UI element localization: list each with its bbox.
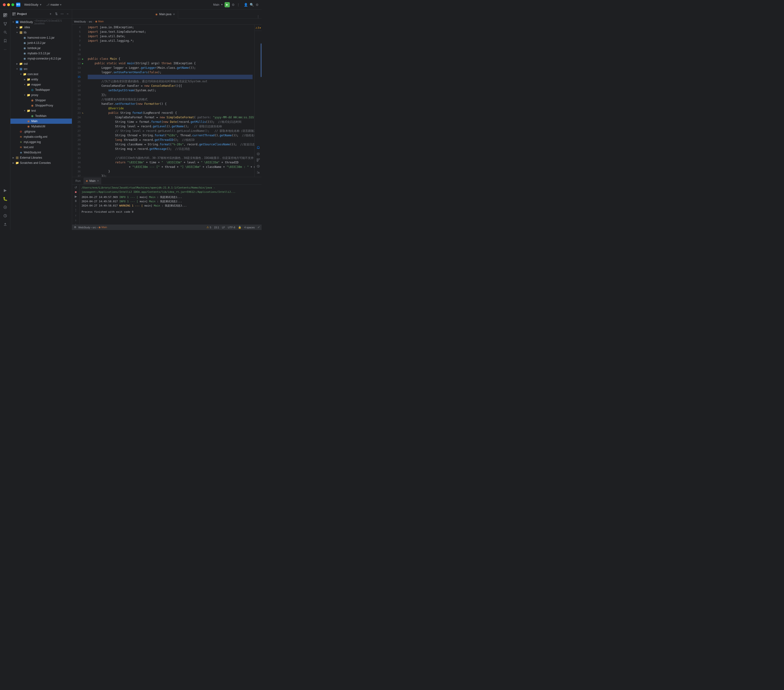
- run-panel-icon[interactable]: ▶: [2, 186, 9, 194]
- svg-rect-12: [14, 13, 15, 14]
- status-left: ⚙ WebStudy › src › ◉ Main: [74, 226, 107, 229]
- structure-icon[interactable]: [255, 157, 261, 163]
- status-warnings[interactable]: ⚠ 5: [207, 226, 211, 229]
- console-log-3: 2024-04-27 14:49:58.017 WARNING 1 --- [ …: [82, 204, 260, 208]
- project-view-icon[interactable]: [2, 12, 9, 19]
- code-content[interactable]: import java.io.IOException; import java.…: [86, 25, 254, 177]
- sidebar-item-scratches[interactable]: ▶ 📁 Scratches and Consoles: [10, 160, 72, 166]
- sidebar-item-gitignore[interactable]: ▶ ⊘ .gitignore: [10, 129, 72, 134]
- breadcrumb-webstudy[interactable]: WebStudy: [74, 20, 86, 23]
- tab-close-icon[interactable]: ✕: [173, 13, 175, 16]
- stop-btn[interactable]: ■: [73, 190, 79, 194]
- find-icon[interactable]: [2, 28, 9, 36]
- maximize-button[interactable]: [12, 3, 14, 6]
- run-button[interactable]: ▶: [225, 2, 230, 7]
- sidebar-title: Project: [17, 12, 27, 16]
- gear-icon[interactable]: ⋯: [59, 12, 64, 16]
- collapse-icon[interactable]: ⇅: [54, 12, 59, 16]
- sidebar-item-testmain[interactable]: ▶ ◉ TestMain: [10, 114, 72, 119]
- sidebar-item-webstudy-iml[interactable]: ▶ ◈ WebStudy.iml: [10, 150, 72, 155]
- status-gear[interactable]: ⚙: [74, 226, 76, 229]
- root-label: WebStudy: [20, 20, 33, 24]
- main-layout: ··· ▶ 🐛: [0, 10, 262, 230]
- minimize-button[interactable]: [7, 3, 10, 6]
- panel-tab-close-icon[interactable]: ✕: [97, 179, 99, 182]
- svg-rect-17: [20, 31, 22, 34]
- sidebar-item-proxy[interactable]: ▼ 📁 proxy: [10, 92, 72, 98]
- panel-tab-main[interactable]: ◉ Main ✕: [84, 178, 101, 184]
- settings-icon[interactable]: ⚙: [255, 3, 259, 7]
- sidebar-item-mapper[interactable]: ▼ 📁 mapper: [10, 82, 72, 87]
- sidebar-item-hamcrest[interactable]: ▶ ◉ hamcrest-core-1.1.jar: [10, 35, 72, 40]
- svg-rect-2: [3, 15, 5, 17]
- git-history-icon[interactable]: [255, 164, 261, 169]
- app-name[interactable]: WebStudy ▾: [24, 3, 41, 7]
- status-linesep[interactable]: LF: [222, 226, 225, 229]
- deploy-icon[interactable]: [2, 221, 9, 228]
- breadcrumb-main[interactable]: ◉ Main: [95, 20, 104, 23]
- sidebar-item-src[interactable]: ▼ S src: [10, 66, 72, 72]
- sidebar-item-mylogger[interactable]: ▶ ≡ myLogger.log: [10, 140, 72, 145]
- sidebar-item-testmapper[interactable]: ▶ ◎ TestMapper: [10, 87, 72, 92]
- sidebar-item-shopper[interactable]: ▶ ◉ Shopper: [10, 98, 72, 103]
- search-icon[interactable]: 🔍: [250, 3, 254, 7]
- pause-btn[interactable]: ⏸: [73, 199, 79, 203]
- git-icon[interactable]: [2, 20, 9, 28]
- tree-root[interactable]: ▼ W WebStudy ~/Desktop/CS/JavaEE/1 JavaW…: [10, 20, 72, 25]
- scroll-thumb[interactable]: [260, 43, 262, 77]
- bookmark-icon[interactable]: [2, 37, 9, 44]
- sidebar-item-main[interactable]: ▶ ◉ Main: [10, 119, 72, 124]
- status-position[interactable]: 15:1: [214, 226, 219, 229]
- sidebar-item-test[interactable]: ▼ 📁 test: [10, 108, 72, 114]
- resume-btn[interactable]: ▶: [73, 195, 79, 198]
- status-expand[interactable]: ⤢: [257, 226, 260, 229]
- tab-main-java[interactable]: ◉ Main.java ✕: [153, 10, 178, 18]
- status-encoding[interactable]: UTF-8: [228, 226, 235, 229]
- sidebar-item-comtest[interactable]: ▼ 📁 com.test: [10, 72, 72, 77]
- editor-minimap[interactable]: [255, 32, 262, 144]
- branch-selector[interactable]: ⎇ master ▾: [46, 3, 62, 7]
- add-icon[interactable]: +: [48, 12, 53, 16]
- up-btn[interactable]: ↑: [73, 214, 79, 217]
- sidebar-item-entity[interactable]: ▶ 📁 entity: [10, 77, 72, 82]
- history-icon[interactable]: [2, 212, 9, 219]
- diff-icon[interactable]: [255, 170, 261, 175]
- build-button[interactable]: ⚙: [232, 3, 235, 7]
- sidebar-item-mybatisutil[interactable]: ▶ ◉ MybatisUtil: [10, 124, 72, 129]
- svg-rect-14: [14, 14, 15, 15]
- sidebar-item-mysql[interactable]: ▶ ◉ mysql-connector-j-8.2.0.jar: [10, 56, 72, 61]
- profile-icon[interactable]: 👤: [244, 3, 248, 7]
- close-button[interactable]: [3, 3, 6, 6]
- panel-tab-run[interactable]: Run: [73, 178, 83, 184]
- rerun-btn[interactable]: ↺: [73, 186, 79, 189]
- minimize-sidebar-icon[interactable]: −: [65, 12, 70, 16]
- sidebar-item-junit[interactable]: ▶ ◉ junit-4.13.2.jar: [10, 40, 72, 46]
- notifications-icon[interactable]: [255, 145, 261, 150]
- warnings-indicator[interactable]: ⚠ 5 ▾: [255, 26, 261, 29]
- debug-icon[interactable]: 🐛: [2, 195, 9, 203]
- sidebar-item-out[interactable]: ▶ 📁 out: [10, 61, 72, 66]
- breadcrumb-src[interactable]: src: [89, 20, 92, 23]
- panel-tabs: Run ◉ Main ✕: [72, 177, 262, 185]
- more-btn[interactable]: ⋮: [73, 208, 79, 212]
- sidebar-item-shopperproxy[interactable]: ▶ ◉ ShopperProxy: [10, 103, 72, 108]
- sidebar-item-textxml[interactable]: ▶ ≋ text.xml: [10, 145, 72, 150]
- code-editor: 45678 910111213 1415161718 1920212223 24…: [72, 25, 254, 177]
- scroll-down-btn[interactable]: ↓: [73, 204, 79, 207]
- more-button[interactable]: ⋮: [237, 3, 240, 7]
- sidebar-item-idea[interactable]: ▶ 📁 .idea: [10, 25, 72, 30]
- recent-files-icon[interactable]: ⋮: [257, 15, 260, 18]
- more-tools-icon[interactable]: ···: [2, 46, 9, 53]
- status-spaces[interactable]: 4 spaces: [244, 226, 255, 229]
- status-branch[interactable]: WebStudy › src › ◉ Main: [78, 226, 107, 229]
- status-indent[interactable]: 🔒: [238, 226, 241, 229]
- sidebar-item-lombok[interactable]: ▶ ◉ lombok.jar: [10, 46, 72, 51]
- sidebar-item-mybatisconfig[interactable]: ▶ ≋ mybatis-config.xml: [10, 134, 72, 140]
- sidebar-item-mybatis[interactable]: ▶ ◉ mybatis-3.5.13.jar: [10, 51, 72, 56]
- sidebar-item-extlibs[interactable]: ▶ External Libraries: [10, 155, 72, 160]
- git-panel-icon[interactable]: [2, 203, 9, 211]
- sidebar-header: Project + ⇅ ⋯ −: [10, 10, 72, 18]
- sidebar-item-lib[interactable]: ▼ lib: [10, 30, 72, 35]
- ai-icon[interactable]: [255, 151, 261, 156]
- down-btn[interactable]: ↓: [73, 218, 79, 222]
